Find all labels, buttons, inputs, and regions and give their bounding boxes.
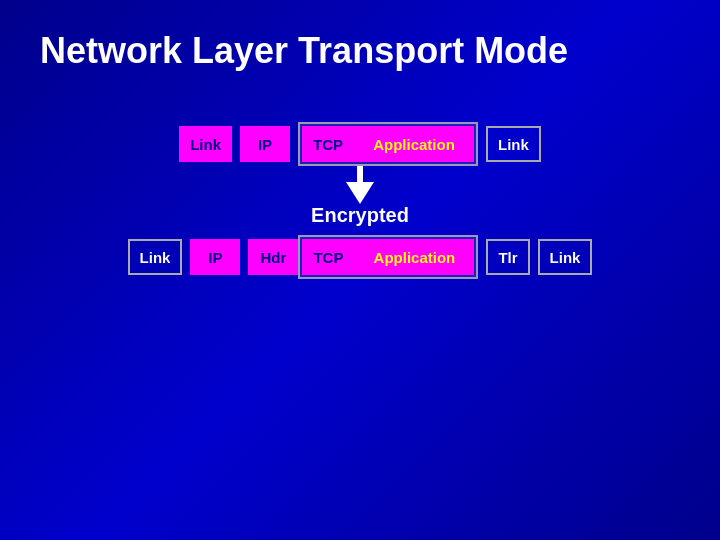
slide: Network Layer Transport Mode Link IP TCP… [0, 0, 720, 540]
arrow-wrapper [346, 166, 374, 204]
diagram-area: Link IP TCP Application Link Encrypted L… [40, 122, 680, 279]
top-row: Link IP TCP Application Link [179, 122, 541, 166]
bottom-encrypted-region: TCP Application [298, 235, 478, 279]
top-ip-box: IP [240, 126, 290, 162]
arrow-shaft [357, 166, 363, 182]
bottom-ip-box: IP [190, 239, 240, 275]
bottom-row: Link IP Hdr TCP Application Tlr Link [128, 235, 593, 279]
bottom-link-right-box: Link [538, 239, 593, 275]
bottom-tlr-box: Tlr [486, 239, 529, 275]
bottom-application-box: Application [354, 239, 474, 275]
arrow-down [346, 182, 374, 204]
top-link-right-box: Link [486, 126, 541, 162]
top-application-box: Application [354, 126, 474, 162]
slide-title: Network Layer Transport Mode [40, 30, 680, 72]
top-encrypted-region: TCP Application [298, 122, 478, 166]
encrypted-label: Encrypted [311, 204, 409, 227]
top-tcp-box: TCP [302, 126, 354, 162]
bottom-link-box: Link [128, 239, 183, 275]
bottom-hdr-box: Hdr [248, 239, 298, 275]
bottom-tcp-box: TCP [302, 239, 354, 275]
top-link-box: Link [179, 126, 232, 162]
